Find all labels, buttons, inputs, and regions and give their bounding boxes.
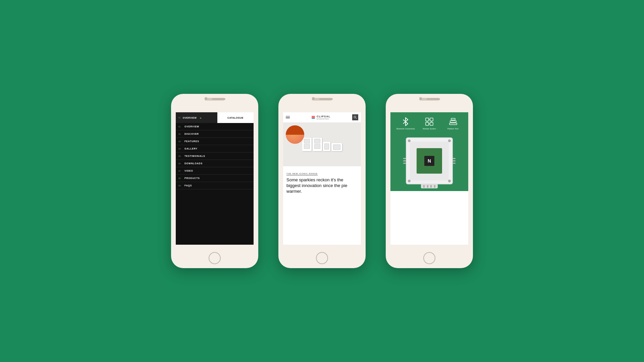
phone-3-home-button[interactable]: [423, 252, 435, 264]
menu-item-gallery[interactable]: 04 GALLERY: [176, 145, 254, 153]
logo-sub-text: by Schneider Electric: [317, 118, 330, 120]
conn-pin-4: [434, 185, 435, 188]
menu-label-video: VIDEO: [184, 170, 193, 172]
conn-pin-1: [423, 185, 425, 188]
svg-rect-3: [430, 118, 433, 121]
phone3-icons-row: Bluetooth Connectivity: [394, 117, 465, 130]
svg-rect-2: [426, 118, 429, 121]
corner-hole-bl: [408, 180, 411, 182]
phone-2: CLIPSAL by Schneider Electric: [278, 94, 366, 268]
phone-3-camera: [419, 97, 422, 100]
menu-label-downloads: DOWNLOADS: [184, 162, 203, 165]
svg-rect-4: [426, 122, 429, 125]
phone1-header-number: 01: [178, 117, 181, 119]
menu-num-2: 02: [178, 133, 183, 135]
switch-btn-wide: [333, 144, 340, 150]
switch-btn-top-2: [314, 139, 320, 143]
side-pins-left: [403, 158, 406, 164]
platform-label: Platform Tech: [447, 128, 459, 130]
menu-label-testimonials: TESTIMONIALS: [184, 155, 205, 157]
menu-label-discover: DISCOVER: [184, 133, 199, 135]
menu-item-overview[interactable]: 01 OVERVIEW: [176, 123, 254, 130]
pin-r2: [453, 161, 455, 162]
menu-num-8: 08: [178, 177, 183, 179]
pin-r1: [453, 158, 455, 159]
product-subtitle: THE NEW ICONIC RANGE: [286, 173, 318, 175]
hamburger-button[interactable]: [286, 116, 290, 119]
switch-btn-top: [304, 139, 310, 143]
circuit-board: [406, 137, 453, 184]
phone1-overview-label: OVERVIEW: [183, 117, 197, 119]
phone2-header: CLIPSAL by Schneider Electric: [283, 112, 361, 123]
menu-num-1: 01: [178, 126, 183, 128]
menu-item-video[interactable]: 07 VIDEO: [176, 167, 254, 175]
phone-1-camera: [205, 97, 207, 100]
side-pins-right: [453, 158, 455, 164]
circuit-pcb: [417, 148, 442, 174]
menu-item-discover[interactable]: 02 DISCOVER: [176, 130, 254, 138]
circuit-chip: [424, 156, 434, 166]
phone3-product-display: [394, 134, 465, 188]
phones-container: 01 OVERVIEW ▲ CATALOGUE 01 OVERVIEW: [171, 94, 473, 268]
phone-3-screen: Bluetooth Connectivity: [390, 112, 468, 245]
phone-3-speaker: [427, 98, 440, 100]
menu-item-faqs[interactable]: 09 FAQS: [176, 182, 254, 189]
menu-label-products: PRODUCTS: [184, 177, 200, 179]
logo-bar-2: [312, 117, 315, 118]
product-switches: [302, 138, 342, 151]
phone1-header: 01 OVERVIEW ▲ CATALOGUE: [176, 112, 254, 123]
menu-item-testimonials[interactable]: 05 TESTIMONIALS: [176, 153, 254, 160]
phone3-green-section: Bluetooth Connectivity: [390, 112, 468, 191]
phone-1-screen: 01 OVERVIEW ▲ CATALOGUE 01 OVERVIEW: [176, 112, 254, 245]
svg-rect-5: [430, 122, 433, 125]
svg-rect-12: [451, 118, 455, 120]
logo-bar-1: [312, 116, 315, 117]
search-button[interactable]: [352, 114, 358, 120]
menu-item-features[interactable]: 03 FEATURES: [176, 138, 254, 145]
conn-pin-3: [430, 185, 432, 188]
switch-btn-single: [324, 143, 329, 149]
bluetooth-icon: [401, 117, 410, 126]
platform-feature-item: Platform Tech: [441, 117, 465, 130]
menu-label-overview: OVERVIEW: [184, 125, 199, 128]
menu-num-5: 05: [178, 155, 183, 157]
phone-1-home-button[interactable]: [209, 252, 221, 264]
bottom-connector: [421, 184, 438, 188]
corner-hole-tr: [448, 139, 451, 142]
bluetooth-feature-item: Bluetooth Connectivity: [394, 117, 418, 130]
menu-item-downloads[interactable]: 06 DOWNLOADS: [176, 160, 254, 167]
product-headline: Some sparkies reckon it's the biggest in…: [286, 177, 358, 194]
phone-1-speaker: [212, 98, 225, 100]
switch-btn-bottom-2: [314, 144, 320, 149]
bluetooth-label: Bluetooth Connectivity: [396, 128, 415, 130]
svg-line-1: [356, 118, 357, 119]
pin-r3: [453, 163, 455, 164]
phone-3: Bluetooth Connectivity: [386, 94, 473, 268]
corner-hole-br: [448, 180, 451, 182]
pie-image: [286, 125, 304, 144]
pin-l3: [403, 163, 406, 164]
menu-label-faqs: FAQS: [184, 184, 192, 187]
menu-num-6: 06: [178, 163, 183, 165]
modular-label: Modular System: [423, 128, 436, 130]
logo-brand-name: CLIPSAL: [317, 115, 330, 118]
logo-bar-3: [312, 118, 315, 119]
pie-top: [286, 125, 304, 135]
phone-2-home-button[interactable]: [316, 252, 328, 264]
phone1-catalogue-label: CATALOGUE: [227, 117, 244, 119]
phone1-header-white: CATALOGUE: [217, 112, 254, 123]
product-image-area: [283, 123, 361, 166]
menu-item-products[interactable]: 08 PRODUCTS: [176, 175, 254, 182]
phone1-menu-items: 01 OVERVIEW 02 DISCOVER 03 FEATURES 04: [176, 123, 254, 245]
switch-double-2: [313, 138, 322, 151]
clipsal-logo-bars: [312, 116, 315, 119]
conn-pin-2: [427, 185, 428, 188]
circuit-outer-casing: [406, 137, 453, 184]
circuit-inner: [410, 141, 449, 180]
svg-rect-10: [449, 123, 457, 125]
clipsal-logo: CLIPSAL by Schneider Electric: [312, 115, 330, 120]
modular-feature-item: Modular System: [418, 117, 441, 130]
pin-l2: [403, 161, 406, 162]
phone1-nav-dark: 01 OVERVIEW ▲ CATALOGUE 01 OVERVIEW: [176, 112, 254, 245]
switch-btn-bottom: [304, 144, 310, 149]
